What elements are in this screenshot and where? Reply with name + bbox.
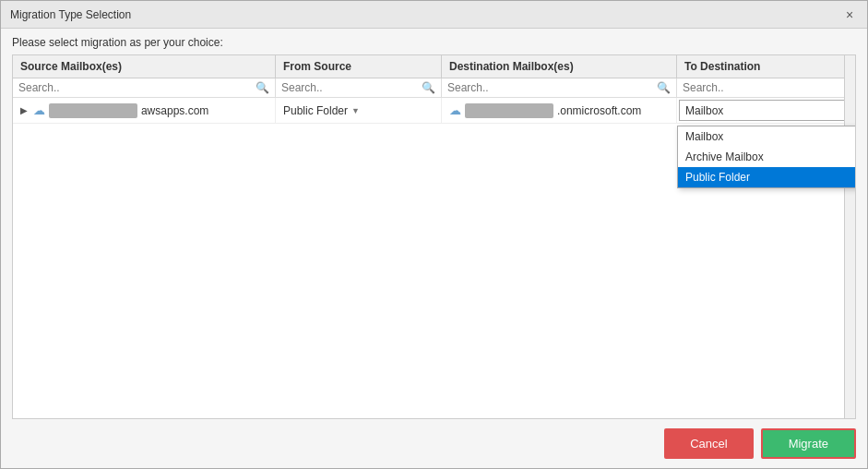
table-row: ▶ ☁ ██████████ awsapps.com Public Folder…: [13, 98, 855, 124]
cancel-button[interactable]: Cancel: [664, 428, 753, 459]
dropdown-item-mailbox[interactable]: Mailbox: [678, 126, 856, 147]
col-header-source: Source Mailbox(es): [13, 55, 276, 78]
cloud-icon-dest: ☁: [449, 103, 461, 117]
subtitle: Please select migration as per your choi…: [1, 29, 867, 54]
destination-select-wrapper[interactable]: Mailbox ▼: [679, 100, 856, 121]
dest-domain: .onmicrosoft.com: [557, 104, 641, 117]
search-cell-todest: 🔍: [677, 78, 856, 97]
dialog-title: Migration Type Selection: [10, 8, 131, 21]
dest-cell: ☁ ██████████ .onmicrosoft.com: [442, 98, 677, 123]
search-icon-dest: 🔍: [657, 81, 671, 94]
source-domain: awsapps.com: [141, 104, 208, 117]
search-row: 🔍 🔍 🔍 🔍: [13, 78, 855, 98]
col-header-dest: Destination Mailbox(es): [442, 55, 677, 78]
col-header-from: From Source: [276, 55, 442, 78]
title-bar: Migration Type Selection ×: [1, 1, 867, 29]
to-dest-cell: Mailbox ▼ Mailbox Archive Mailbox Public…: [677, 98, 856, 123]
table-header: Source Mailbox(es) From Source Destinati…: [13, 55, 855, 78]
from-source-value: Public Folder: [283, 104, 348, 117]
search-icon-from: 🔍: [422, 81, 435, 94]
dest-blurred: ██████████: [465, 103, 553, 118]
to-dest-value: Mailbox: [680, 102, 851, 119]
from-source-cell: Public Folder ▼: [276, 98, 442, 123]
dropdown-item-publicfolder[interactable]: Public Folder: [678, 167, 856, 187]
main-content: Source Mailbox(es) From Source Destinati…: [1, 54, 867, 419]
cloud-icon-source: ☁: [33, 103, 45, 117]
search-input-dest[interactable]: [447, 81, 655, 94]
search-input-todest[interactable]: [683, 81, 850, 94]
from-source-arrow: ▼: [351, 106, 360, 115]
scrollbar[interactable]: [844, 55, 855, 418]
search-cell-from: 🔍: [276, 78, 442, 97]
table-container: Source Mailbox(es) From Source Destinati…: [12, 54, 856, 419]
expand-arrow-icon[interactable]: ▶: [20, 105, 28, 115]
dropdown-item-archive[interactable]: Archive Mailbox: [678, 147, 856, 167]
close-button[interactable]: ×: [841, 6, 858, 23]
footer: Cancel Migrate: [1, 419, 867, 468]
source-blurred: ██████████: [49, 103, 137, 118]
search-input-from[interactable]: [281, 81, 420, 94]
search-icon-source: 🔍: [256, 81, 269, 94]
col-header-todest: To Destination: [677, 55, 856, 78]
source-cell: ▶ ☁ ██████████ awsapps.com: [13, 98, 276, 123]
search-cell-dest: 🔍: [442, 78, 677, 97]
search-cell-source: 🔍: [13, 78, 276, 97]
search-input-source[interactable]: [18, 81, 254, 94]
destination-dropdown-menu: Mailbox Archive Mailbox Public Folder: [677, 126, 856, 188]
migrate-button[interactable]: Migrate: [761, 428, 856, 459]
dialog: Migration Type Selection × Please select…: [0, 0, 868, 469]
